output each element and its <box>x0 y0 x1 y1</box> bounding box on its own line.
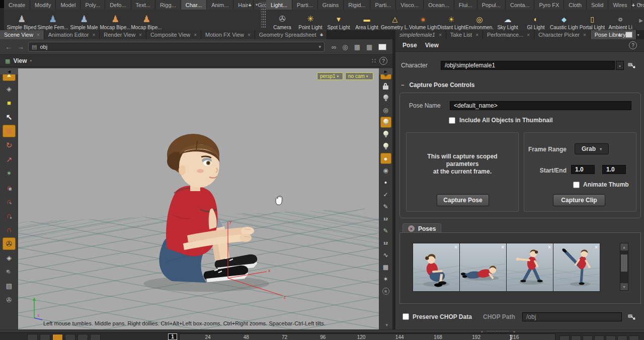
scale-tool[interactable] <box>3 153 16 165</box>
headlight-tool[interactable] <box>380 105 391 116</box>
select-tool[interactable] <box>3 111 16 123</box>
perspective-menu-button[interactable]: persp1▾ <box>317 72 343 80</box>
add-shelf-tab-button[interactable]: + <box>632 2 635 8</box>
render-region-tool[interactable] <box>3 251 16 264</box>
shelf-tool[interactable]: Ambient Li <box>606 10 634 30</box>
shelf-tab[interactable]: Rigid... <box>344 0 370 10</box>
pose-name-field[interactable]: <default_name> <box>450 101 631 110</box>
scroll-up-icon[interactable]: ▲ <box>620 243 628 250</box>
collapse-left-toolbar-button[interactable]: ◀ <box>0 68 18 74</box>
layout-grid-icon-2[interactable]: ▦ <box>366 43 372 51</box>
start-frame-field[interactable]: 1.0 <box>571 165 595 174</box>
right-toolbar-chevron-icon[interactable]: ▾ <box>385 322 388 327</box>
shelf-tab[interactable]: Char... <box>181 0 207 10</box>
point-uv-tool[interactable] <box>380 201 391 212</box>
menu-pose[interactable]: Pose <box>403 42 417 49</box>
back-button[interactable]: ← <box>4 43 13 51</box>
menu-view[interactable]: View <box>425 42 439 49</box>
preserve-chop-checkbox[interactable] <box>403 313 409 320</box>
shelf-collapse-strip[interactable] <box>0 0 4 30</box>
shelf-tool[interactable]: Distant Light <box>437 10 465 30</box>
shelf-tool[interactable]: Mocap Bipe... <box>100 10 131 30</box>
transform-axis-tool[interactable] <box>3 167 16 180</box>
floating-panel-icon[interactable] <box>378 44 386 50</box>
stow-layout-icon[interactable]: ∷ <box>372 57 376 64</box>
close-tab-icon[interactable]: × <box>194 32 197 38</box>
scroll-thumb[interactable] <box>621 254 627 272</box>
include-all-objects-checkbox[interactable] <box>449 117 455 124</box>
shelf-tool[interactable]: Environmen... <box>465 10 494 30</box>
shelf-tab[interactable]: Parti... <box>370 0 396 10</box>
point-markers-tool[interactable] <box>380 177 391 188</box>
chop-path-field[interactable]: /obj <box>522 312 622 321</box>
close-tab-icon[interactable]: × <box>248 32 251 38</box>
playback-button[interactable] <box>594 335 604 340</box>
close-tab-icon[interactable]: × <box>583 32 586 38</box>
delete-pose-icon[interactable]: × <box>454 244 457 250</box>
shelf-tool[interactable]: Simple Biped <box>6 10 37 30</box>
timeline-button[interactable] <box>40 334 50 340</box>
node-chooser-icon[interactable] <box>627 312 636 321</box>
translate-tool[interactable] <box>3 125 16 137</box>
shelf-tab[interactable]: Flui... <box>454 0 477 10</box>
pose-thumbnail-lying[interactable]: × <box>460 243 507 291</box>
poses-scrollbar[interactable]: ▲ ▼ <box>620 243 628 291</box>
shelf-tab[interactable]: Defo... <box>105 0 131 10</box>
shelf-tab[interactable]: Light... <box>266 0 292 10</box>
playback-button[interactable] <box>571 335 581 340</box>
shelf-tab[interactable]: Grains <box>318 0 344 10</box>
shelf-tool[interactable]: Spot Light <box>325 10 353 30</box>
pane-tab[interactable]: Character Picker× <box>534 30 591 39</box>
camera-tool[interactable] <box>3 237 16 250</box>
view-menu-chevron-icon[interactable]: ▾ <box>30 59 32 63</box>
pose-thumbnail-kick[interactable]: × <box>553 243 600 291</box>
snap-point-tool[interactable] <box>3 209 16 222</box>
pane-menu-chevron-icon[interactable]: ▾ <box>637 33 639 37</box>
shelf-tab[interactable]: Visco... <box>396 0 424 10</box>
playback-button[interactable] <box>629 335 639 340</box>
close-tab-icon[interactable]: × <box>92 32 95 38</box>
shelf-tab[interactable]: Conta... <box>506 0 535 10</box>
capture-pose-button[interactable]: Capture Pose <box>437 194 489 206</box>
close-tab-icon[interactable]: × <box>527 32 530 38</box>
shelf-tool[interactable]: Geometry L... <box>381 10 409 30</box>
pane-tab[interactable]: Composite View× <box>146 30 201 39</box>
shelf-more-arrow-icon[interactable]: ▶ <box>639 18 643 30</box>
viewport-canvas[interactable]: yxz x persp1▾ no cam▾ <box>18 68 379 329</box>
shelf-tab[interactable]: Ocean... <box>424 0 454 10</box>
pane-tab[interactable]: Take List× <box>446 30 483 39</box>
range-end-bracket[interactable]: ] <box>510 334 512 340</box>
prim-normals-tool[interactable] <box>380 225 391 236</box>
layout-grid-icon[interactable]: ▦ <box>354 43 360 51</box>
animate-thumbnail-checkbox[interactable] <box>573 182 580 188</box>
delete-pose-icon[interactable]: × <box>595 244 598 250</box>
shelf-tab[interactable]: Modify <box>30 0 56 10</box>
shelf-tab[interactable]: Popul... <box>477 0 506 10</box>
lighting-shadow-tool[interactable] <box>380 141 391 152</box>
pane-tab[interactable]: Motion FX View× <box>201 30 255 39</box>
shelf-menu-chevron-icon[interactable]: ▾ <box>639 3 641 7</box>
shelf-tool[interactable]: Simple Fem... <box>37 10 68 30</box>
shelf-tool[interactable]: Volume Light <box>409 10 437 30</box>
playback-button[interactable] <box>559 335 570 340</box>
view-menu-label[interactable]: View <box>13 57 27 64</box>
capture-pose-controls-section[interactable]: − Capture Pose Controls <box>401 81 474 89</box>
character-dropdown-button[interactable]: ▾ <box>616 61 624 70</box>
pose-thumbnail-sitting[interactable]: × <box>413 243 460 291</box>
shelf-tab[interactable]: Pyro FX <box>534 0 564 10</box>
pane-tab[interactable]: Animation Editor× <box>44 30 100 39</box>
prim-numbers-tool[interactable] <box>380 237 391 248</box>
help-icon[interactable]: ? <box>629 41 637 49</box>
visualize-tool[interactable] <box>380 165 391 176</box>
template-tool[interactable] <box>380 262 391 273</box>
shelf-tab[interactable]: Create <box>4 0 30 10</box>
timeline-ruler[interactable]: 24487296120144168192216 ] <box>179 333 555 340</box>
shelf-tool[interactable]: Simple Male <box>68 10 100 30</box>
lighting-normal-tool[interactable] <box>380 117 391 128</box>
shelf-tool[interactable]: Mocap Bipe... <box>131 10 162 30</box>
lock-camera-tool[interactable] <box>380 80 391 92</box>
lighting-hq-tool[interactable] <box>380 129 391 140</box>
frame-range-dropdown[interactable]: Grab ▾ <box>575 143 609 154</box>
pane-tab[interactable]: Performance...× <box>483 30 534 39</box>
path-dropdown-chevron-icon[interactable]: ▾ <box>318 44 321 49</box>
